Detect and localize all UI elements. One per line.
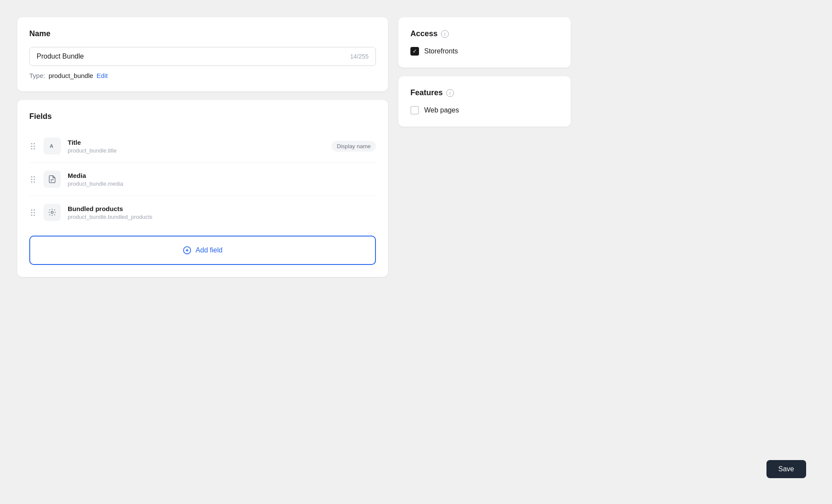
name-card-title: Name	[29, 29, 376, 38]
svg-text:A: A	[50, 143, 53, 149]
field-icon-title: A	[44, 137, 61, 155]
svg-point-3	[51, 212, 53, 214]
features-card-header: Features i	[410, 88, 559, 97]
field-info-media: Media product_bundle.media	[68, 172, 376, 187]
drag-handle-media[interactable]	[29, 174, 37, 184]
web-pages-row: Web pages	[410, 106, 559, 115]
field-info-bundled: Bundled products product_bundle.bundled_…	[68, 205, 376, 220]
web-pages-checkbox[interactable]	[410, 106, 419, 115]
type-row: Type: product_bundle Edit	[29, 72, 376, 79]
field-key-title: product_bundle.title	[68, 147, 325, 154]
field-info-title: Title product_bundle.title	[68, 139, 325, 154]
field-icon-bundled	[44, 204, 61, 221]
storefronts-checkbox[interactable]: ✓	[410, 47, 419, 56]
field-key-media: product_bundle.media	[68, 180, 376, 187]
access-card: Access i ✓ Storefronts	[398, 17, 571, 68]
checkmark-icon: ✓	[413, 48, 417, 54]
type-label: Type:	[29, 72, 45, 79]
type-value: product_bundle	[49, 72, 93, 79]
save-button[interactable]: Save	[766, 460, 806, 478]
field-row-media: Media product_bundle.media	[29, 163, 376, 196]
field-name-title: Title	[68, 139, 325, 146]
features-card: Features i Web pages	[398, 76, 571, 127]
access-title: Access	[410, 29, 438, 38]
char-count: 14/255	[350, 53, 369, 60]
access-info-icon[interactable]: i	[441, 30, 449, 38]
add-field-button[interactable]: Add field	[29, 236, 376, 265]
drag-handle-title[interactable]	[29, 141, 37, 151]
field-key-bundled: product_bundle.bundled_products	[68, 214, 376, 220]
fields-card: Fields A Title product_bundle.title	[17, 100, 388, 277]
field-name-media: Media	[68, 172, 376, 179]
display-name-badge: Display name	[332, 141, 376, 152]
features-title: Features	[410, 88, 443, 97]
features-info-icon[interactable]: i	[446, 89, 454, 97]
access-card-header: Access i	[410, 29, 559, 38]
save-label: Save	[779, 465, 794, 473]
name-input[interactable]	[37, 53, 350, 60]
edit-link[interactable]: Edit	[97, 72, 108, 79]
field-row-bundled: Bundled products product_bundle.bundled_…	[29, 196, 376, 229]
fields-card-title: Fields	[29, 112, 376, 121]
web-pages-label: Web pages	[424, 106, 459, 114]
name-input-wrapper[interactable]: 14/255	[29, 47, 376, 66]
drag-handle-bundled[interactable]	[29, 208, 37, 218]
storefronts-label: Storefronts	[424, 47, 458, 55]
field-icon-media	[44, 171, 61, 188]
storefronts-row: ✓ Storefronts	[410, 47, 559, 56]
name-card: Name 14/255 Type: product_bundle Edit	[17, 17, 388, 91]
field-row-title: A Title product_bundle.title Display nam…	[29, 130, 376, 163]
field-name-bundled: Bundled products	[68, 205, 376, 212]
add-field-label: Add field	[196, 246, 222, 254]
